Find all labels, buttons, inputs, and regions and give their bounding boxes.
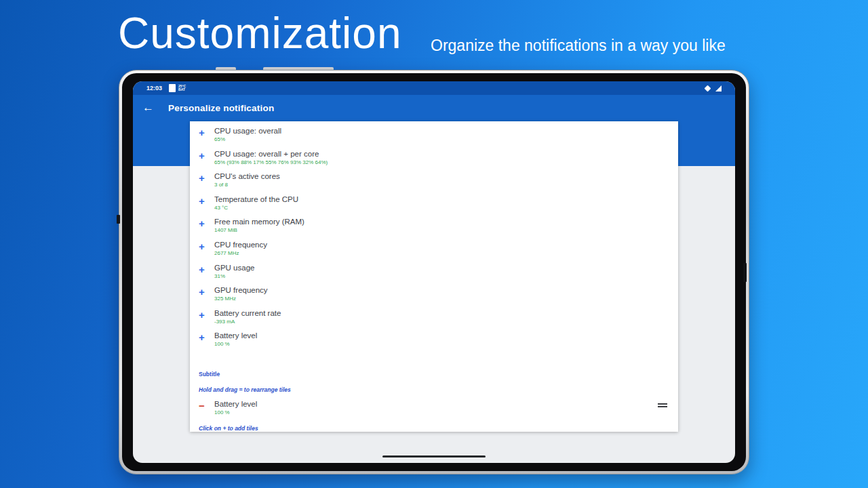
add-tile-button[interactable]: + <box>199 331 214 344</box>
battery-label: BAT <box>178 88 186 92</box>
tile-title: Free main memory (RAM) <box>214 218 304 226</box>
remove-tile-button[interactable]: − <box>199 400 214 412</box>
tile-title: Temperature of the CPU <box>214 195 298 204</box>
add-tile-button[interactable]: + <box>199 309 214 321</box>
drag-handle-icon[interactable] <box>658 403 667 409</box>
back-arrow-icon[interactable]: ← <box>142 101 159 115</box>
add-tile-button[interactable]: + <box>199 195 214 207</box>
tile-value: 31% <box>214 273 254 280</box>
app-bar: ← Personalize notification <box>133 95 735 121</box>
tile-title: Battery level <box>214 331 257 340</box>
add-tile-button[interactable]: + <box>199 127 214 139</box>
tiles-card: + CPU usage: overall 65% + CPU usage: ov… <box>190 121 678 432</box>
app-bar-title: Personalize notification <box>168 103 274 113</box>
battery-icon <box>169 84 176 92</box>
tablet-screen: 12:03 25°C BAT ← Personalize notificatio… <box>133 81 735 463</box>
available-tiles-list: + CPU usage: overall 65% + CPU usage: ov… <box>190 121 678 354</box>
selected-tile-row: − Battery level 100 % <box>190 399 678 416</box>
tile-value: 1407 MiB <box>214 227 304 234</box>
page-title: Customization <box>118 8 402 58</box>
home-indicator[interactable] <box>382 455 486 458</box>
add-tile-button[interactable]: + <box>199 286 214 298</box>
subtitle-section-label: Subtitle <box>199 371 678 378</box>
left-edge-button <box>117 215 120 224</box>
tile-value: 65% <box>214 136 281 143</box>
tile-row: + GPU usage 31% <box>190 263 678 286</box>
tile-value: 100 % <box>214 409 257 416</box>
tile-title: CPU frequency <box>214 241 267 249</box>
add-tile-button[interactable]: + <box>199 241 214 253</box>
add-tiles-hint: Click on + to add tiles <box>199 425 678 432</box>
add-tile-button[interactable]: + <box>199 150 214 162</box>
tile-row: + Battery current rate -393 mA <box>190 308 678 331</box>
tile-value: 65% (93% 88% 17% 55% 76% 93% 32% 64%) <box>214 159 328 166</box>
tile-value: 3 of 8 <box>214 182 280 188</box>
add-tile-button[interactable]: + <box>199 264 214 276</box>
tile-row: + Free main memory (RAM) 1407 MiB <box>190 217 678 240</box>
signal-icon <box>715 85 722 92</box>
tile-value: 100 % <box>214 341 257 348</box>
tile-title: GPU frequency <box>214 286 268 295</box>
tile-row: + CPU usage: overall + per core 65% (93%… <box>190 149 678 172</box>
tile-title: GPU usage <box>214 264 254 272</box>
tile-row: + Battery level 100 % <box>190 331 678 354</box>
status-time: 12:03 <box>146 85 162 92</box>
add-tile-button[interactable]: + <box>199 172 214 184</box>
location-icon <box>705 85 711 92</box>
tile-row: + GPU frequency 325 MHz <box>190 285 678 308</box>
tile-row: + CPU frequency 2677 MHz <box>190 240 678 263</box>
tile-title: CPU usage: overall + per core <box>214 150 328 159</box>
temperature-battery-badge: 25°C BAT <box>178 85 186 92</box>
tablet-mockup: 12:03 25°C BAT ← Personalize notificatio… <box>119 70 749 474</box>
tile-row: + CPU's active cores 3 of 8 <box>190 171 678 195</box>
tile-title: Battery level <box>214 400 257 409</box>
right-edge-button <box>743 263 747 282</box>
tile-value: 43 °C <box>214 205 298 211</box>
tile-title: CPU usage: overall <box>214 127 281 136</box>
add-tile-button[interactable]: + <box>199 218 214 230</box>
tile-row: + CPU usage: overall 65% <box>190 126 678 149</box>
tile-value: -393 mA <box>214 319 281 325</box>
tile-title: CPU's active cores <box>214 172 280 181</box>
status-bar: 12:03 25°C BAT <box>133 81 735 95</box>
tile-value: 325 MHz <box>214 296 268 302</box>
tile-row: + Temperature of the CPU 43 °C <box>190 195 678 218</box>
page-subtitle: Organize the notifications in a way you … <box>431 37 726 55</box>
tile-value: 2677 MHz <box>214 250 267 257</box>
tile-title: Battery current rate <box>214 309 281 318</box>
rearrange-hint: Hold and drag = to rearrange tiles <box>199 386 678 393</box>
